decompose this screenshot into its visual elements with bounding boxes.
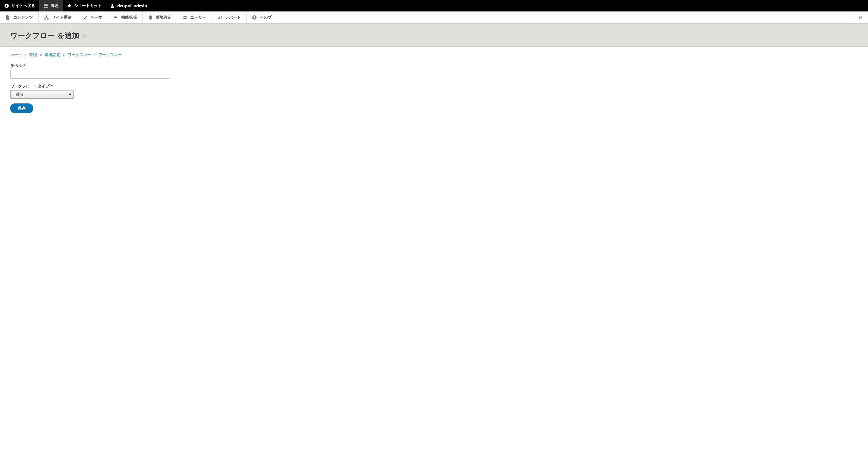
toolbar-top: サイトへ戻る 管理 ショートカット drupal_admin bbox=[0, 0, 868, 11]
breadcrumb-admin[interactable]: 管理 bbox=[29, 53, 37, 57]
breadcrumb-home[interactable]: ホーム bbox=[10, 53, 22, 57]
help-icon: ? bbox=[252, 15, 257, 20]
required-mark: * bbox=[51, 84, 53, 88]
svg-point-0 bbox=[4, 4, 9, 8]
admin-menu-content[interactable]: コンテンツ bbox=[0, 11, 38, 23]
type-select-wrapper: - 選択 - ▼ bbox=[10, 90, 73, 98]
page-title-text: ワークフロー を追加 bbox=[10, 31, 79, 40]
breadcrumb-config[interactable]: 環境設定 bbox=[44, 53, 60, 57]
form-actions: 保存 bbox=[10, 104, 858, 113]
breadcrumb-workflows[interactable]: ワークフロー bbox=[98, 53, 122, 57]
star-icon bbox=[67, 3, 72, 8]
content: ホーム » 管理 » 環境設定 » ワークフロー » ワークフロー ラベル * … bbox=[0, 47, 868, 123]
people-icon bbox=[183, 15, 187, 20]
favorite-star-icon[interactable] bbox=[82, 33, 87, 38]
manage-toggle[interactable]: 管理 bbox=[39, 0, 63, 11]
admin-menu-spacer bbox=[277, 11, 855, 23]
breadcrumb-sep: » bbox=[93, 53, 96, 57]
svg-rect-8 bbox=[219, 17, 220, 19]
svg-rect-2 bbox=[46, 16, 47, 17]
hamburger-icon bbox=[43, 3, 48, 8]
admin-menu-people-label: ユーザー bbox=[190, 15, 206, 20]
configuration-icon bbox=[148, 15, 153, 20]
type-select[interactable]: - 選択 - bbox=[10, 90, 73, 98]
user-icon bbox=[110, 3, 115, 8]
collapse-icon bbox=[859, 15, 864, 20]
reports-icon bbox=[217, 15, 222, 20]
required-mark: * bbox=[24, 63, 26, 68]
admin-menu-extend[interactable]: 機能拡張 bbox=[108, 11, 143, 23]
admin-menu: コンテンツ サイト構築 テーマ 機能拡張 環境設定 ユーザー レポート bbox=[0, 11, 868, 24]
form-item-type: ワークフロー・タイプ * - 選択 - ▼ bbox=[10, 84, 858, 98]
back-arrow-icon bbox=[4, 3, 9, 8]
admin-menu-help-label: ヘルプ bbox=[260, 15, 272, 20]
structure-icon bbox=[44, 15, 49, 20]
user-menu[interactable]: drupal_admin bbox=[106, 0, 151, 11]
admin-menu-help[interactable]: ? ヘルプ bbox=[247, 11, 277, 23]
label-field-label: ラベル * bbox=[10, 63, 858, 68]
admin-menu-structure[interactable]: サイト構築 bbox=[38, 11, 77, 23]
page-title-region: ワークフロー を追加 bbox=[0, 24, 868, 47]
svg-text:?: ? bbox=[253, 16, 255, 20]
shortcuts-label: ショートカット bbox=[74, 3, 101, 8]
svg-point-1 bbox=[112, 4, 113, 6]
svg-rect-4 bbox=[47, 19, 49, 20]
appearance-icon bbox=[83, 15, 87, 20]
manage-label: 管理 bbox=[51, 3, 59, 8]
admin-menu-content-label: コンテンツ bbox=[13, 15, 33, 20]
save-button[interactable]: 保存 bbox=[10, 104, 33, 113]
svg-point-5 bbox=[184, 16, 185, 17]
breadcrumb-sep: » bbox=[24, 53, 27, 57]
admin-menu-reports-label: レポート bbox=[225, 15, 241, 20]
svg-rect-7 bbox=[218, 18, 219, 19]
type-field-label-text: ワークフロー・タイプ bbox=[10, 84, 50, 88]
content-icon bbox=[5, 15, 10, 20]
label-field-label-text: ラベル bbox=[10, 63, 22, 68]
admin-menu-reports[interactable]: レポート bbox=[212, 11, 247, 23]
page-title: ワークフロー を追加 bbox=[10, 31, 858, 40]
label-input[interactable] bbox=[10, 70, 170, 79]
breadcrumb-sep: » bbox=[39, 53, 42, 57]
admin-menu-people[interactable]: ユーザー bbox=[177, 11, 212, 23]
back-to-site-link[interactable]: サイトへ戻る bbox=[0, 0, 39, 11]
svg-rect-3 bbox=[44, 19, 45, 20]
svg-rect-9 bbox=[221, 16, 221, 19]
admin-menu-appearance-label: テーマ bbox=[90, 15, 102, 20]
admin-menu-configuration[interactable]: 環境設定 bbox=[143, 11, 177, 23]
extend-icon bbox=[113, 15, 118, 20]
admin-menu-configuration-label: 環境設定 bbox=[156, 15, 172, 20]
form-item-label: ラベル * bbox=[10, 63, 858, 79]
shortcuts-link[interactable]: ショートカット bbox=[63, 0, 106, 11]
user-label: drupal_admin bbox=[117, 4, 147, 8]
admin-menu-extend-label: 機能拡張 bbox=[121, 15, 137, 20]
breadcrumb: ホーム » 管理 » 環境設定 » ワークフロー » ワークフロー bbox=[10, 52, 858, 58]
svg-rect-12 bbox=[859, 16, 860, 19]
admin-menu-structure-label: サイト構築 bbox=[52, 15, 71, 20]
breadcrumb-sep: » bbox=[63, 53, 65, 57]
breadcrumb-workflow[interactable]: ワークフロー bbox=[67, 53, 91, 57]
back-to-site-label: サイトへ戻る bbox=[11, 3, 35, 8]
admin-menu-appearance[interactable]: テーマ bbox=[77, 11, 108, 23]
type-field-label: ワークフロー・タイプ * bbox=[10, 84, 858, 89]
svg-point-6 bbox=[185, 16, 187, 17]
admin-menu-collapse[interactable] bbox=[855, 11, 868, 23]
